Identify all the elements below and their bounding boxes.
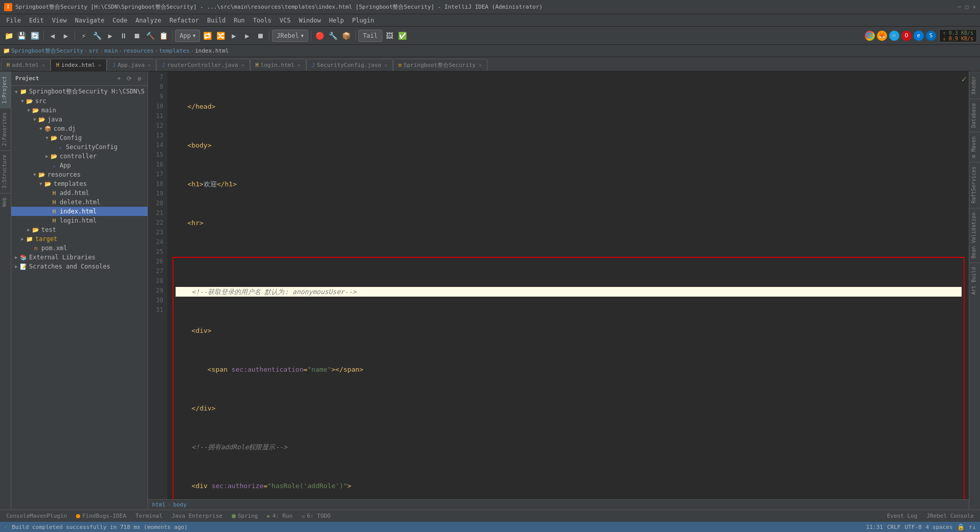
- right-tab-bean[interactable]: Bean Validation: [969, 208, 980, 262]
- app-dropdown[interactable]: App ▼: [175, 30, 200, 42]
- toolbar-btn18[interactable]: 🖼: [383, 30, 396, 42]
- menu-build[interactable]: Build: [203, 16, 230, 25]
- tab-close-app[interactable]: ✕: [148, 62, 151, 68]
- menu-help[interactable]: Help: [325, 16, 348, 25]
- editor-bc-body[interactable]: body: [173, 501, 187, 508]
- toolbar-btn17[interactable]: 📦: [340, 30, 353, 42]
- tail-dropdown[interactable]: Tail: [358, 30, 382, 42]
- tree-item-test[interactable]: ▶ 📂 test: [11, 225, 148, 234]
- bottom-tab-run[interactable]: ▶ 4: Run: [263, 512, 297, 520]
- sync-button[interactable]: 🔄: [29, 30, 41, 42]
- bottom-tab-todo[interactable]: ☑ 6: TODO: [298, 512, 334, 520]
- toolbar-btn14[interactable]: ⏹: [254, 30, 266, 42]
- left-tab-web[interactable]: Web: [0, 193, 11, 211]
- code-editor[interactable]: ✓ 78910 11121314 15161718 19202122 23242…: [148, 71, 969, 510]
- menu-code[interactable]: Code: [109, 16, 132, 25]
- toolbar-btn6[interactable]: ⏸: [117, 30, 130, 42]
- bottom-tab-javaenterprise[interactable]: Java Enterprise: [167, 512, 226, 520]
- forward-button[interactable]: ▶: [60, 30, 72, 42]
- tree-item-addhtml[interactable]: H add.html: [11, 188, 148, 198]
- menu-view[interactable]: View: [48, 16, 71, 25]
- toolbar-btn15[interactable]: 🔴: [314, 30, 326, 42]
- maximize-button[interactable]: □: [965, 4, 969, 10]
- tree-item-target[interactable]: ▶ 📁 target: [11, 234, 148, 244]
- menu-navigate[interactable]: Navigate: [71, 16, 109, 25]
- right-tab-maven[interactable]: m Maven: [969, 132, 980, 162]
- tab-close-security[interactable]: ✕: [384, 62, 387, 68]
- bottom-tab-consolemaven[interactable]: ConsoleMavenPlugin: [2, 512, 71, 520]
- toolbar-btn9[interactable]: 📋: [157, 30, 169, 42]
- tab-close-login[interactable]: ✕: [298, 62, 301, 68]
- right-tab-raft[interactable]: RaftServices: [969, 162, 980, 207]
- toolbar-btn4[interactable]: 🔧: [91, 30, 103, 42]
- menu-file[interactable]: File: [2, 16, 25, 25]
- tree-item-scratches[interactable]: ▶ 📝 Scratches and Consoles: [11, 262, 148, 271]
- sidebar-gear-btn[interactable]: ⚙: [135, 75, 143, 83]
- tree-item-resources[interactable]: ▼ 📂 resources: [11, 170, 148, 179]
- right-tab-xkoder[interactable]: Xkoder: [969, 71, 980, 99]
- menu-refactor[interactable]: Refactor: [165, 16, 203, 25]
- menu-analyze[interactable]: Analyze: [131, 16, 165, 25]
- left-tab-structure[interactable]: 3:Structure: [0, 150, 11, 192]
- tab-index-html[interactable]: H index.html ✕: [51, 59, 107, 71]
- jrebel-console-btn[interactable]: JRebel Console: [922, 512, 978, 520]
- menu-plugin[interactable]: Plugin: [348, 16, 378, 25]
- bottom-tab-findbugs[interactable]: FindBugs-IDEA: [72, 512, 130, 520]
- toolbar-btn8[interactable]: 🔨: [144, 30, 156, 42]
- tree-item-pomxml[interactable]: m pom.xml: [11, 244, 148, 253]
- menu-window[interactable]: Window: [295, 16, 325, 25]
- tree-item-app[interactable]: ☕ App: [11, 161, 148, 170]
- edge-icon[interactable]: e: [914, 31, 924, 41]
- ie-icon[interactable]: e: [889, 31, 899, 41]
- minimize-button[interactable]: ─: [958, 4, 961, 10]
- breadcrumb-main[interactable]: main: [104, 47, 118, 54]
- tree-item-templates[interactable]: ▼ 📂 templates: [11, 179, 148, 188]
- opera-icon[interactable]: O: [901, 31, 912, 41]
- tree-item-main[interactable]: ▼ 📂 main: [11, 106, 148, 115]
- menu-vcs[interactable]: VCS: [276, 16, 295, 25]
- tree-item-src[interactable]: ▼ 📂 src: [11, 96, 148, 106]
- toolbar-btn12[interactable]: ▶: [228, 30, 240, 42]
- tab-security[interactable]: J SecurityConfig.java ✕: [306, 59, 393, 71]
- back-button[interactable]: ◀: [46, 30, 59, 42]
- menu-tools[interactable]: Tools: [249, 16, 276, 25]
- safari-icon[interactable]: S: [926, 31, 936, 41]
- sidebar-sync-btn[interactable]: ⟳: [125, 75, 133, 83]
- jrebel-dropdown[interactable]: JRebel ▼: [272, 30, 308, 42]
- menu-run[interactable]: Run: [230, 16, 249, 25]
- save-button[interactable]: 💾: [15, 30, 28, 42]
- left-tab-favorites[interactable]: 2:Favorites: [0, 108, 11, 150]
- tab-app-java[interactable]: J App.java ✕: [107, 59, 156, 71]
- breadcrumb-src[interactable]: src: [89, 47, 99, 54]
- tab-router[interactable]: J routerController.java ✕: [156, 59, 250, 71]
- tab-close-project[interactable]: ✕: [479, 62, 482, 68]
- code-content[interactable]: </head> <body> <h1>欢迎</h1> <hr> <!--获取登录…: [167, 71, 969, 499]
- event-log-btn[interactable]: Event Log: [883, 512, 922, 520]
- tree-item-root[interactable]: ▼ 📁 Springboot整合Security H:\CSDN\S: [11, 87, 148, 96]
- tree-item-comdj[interactable]: ▼ 📦 com.dj: [11, 124, 148, 133]
- breadcrumb-resources[interactable]: resources: [123, 47, 154, 54]
- left-tab-project[interactable]: 1:Project: [0, 71, 11, 108]
- breadcrumb-indexhtml[interactable]: index.html: [195, 47, 229, 54]
- toolbar-btn16[interactable]: 🔧: [327, 30, 339, 42]
- tree-item-extlibs[interactable]: ▶ 📚 External Libraries: [11, 253, 148, 262]
- toolbar-btn11[interactable]: 🔀: [214, 30, 227, 42]
- chrome-icon[interactable]: 🌐: [865, 31, 875, 41]
- menu-edit[interactable]: Edit: [25, 16, 48, 25]
- toolbar-btn10[interactable]: 🔁: [201, 30, 213, 42]
- tab-close-index[interactable]: ✕: [98, 62, 101, 68]
- bottom-tab-spring[interactable]: Spring: [228, 512, 262, 520]
- toolbar-btn3[interactable]: ⚡: [78, 30, 90, 42]
- right-tab-database[interactable]: Database: [969, 99, 980, 132]
- toolbar-btn5[interactable]: ▶: [104, 30, 116, 42]
- tab-close-add-html[interactable]: ✕: [42, 62, 45, 68]
- window-controls[interactable]: ─ □ ✕: [958, 4, 976, 10]
- tree-item-indexhtml[interactable]: H index.html: [11, 207, 148, 216]
- toolbar-btn7[interactable]: ⏹: [131, 30, 143, 42]
- tab-close-router[interactable]: ✕: [241, 62, 244, 68]
- tree-item-controller[interactable]: ▶ 📂 controller: [11, 152, 148, 161]
- firefox-icon[interactable]: 🦊: [877, 31, 887, 41]
- tab-project[interactable]: m Springboot整合Security ✕: [393, 59, 487, 71]
- editor-bc-html[interactable]: html: [152, 501, 166, 508]
- close-button[interactable]: ✕: [972, 4, 976, 10]
